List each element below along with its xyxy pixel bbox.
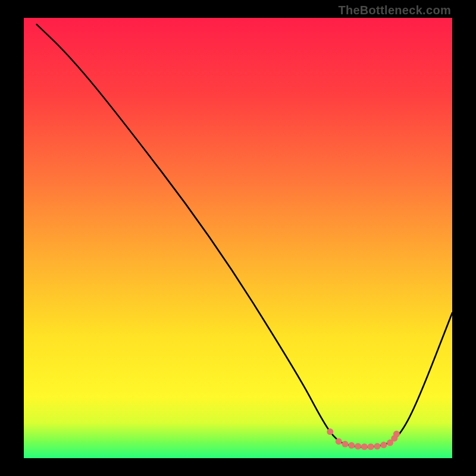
marker-dot <box>355 443 361 450</box>
marker-dot <box>374 443 381 450</box>
attribution-text: TheBottleneck.com <box>338 4 451 17</box>
marker-dot <box>348 442 355 449</box>
marker-dot <box>336 438 342 444</box>
marker-dot <box>380 441 387 448</box>
marker-dot <box>393 431 400 437</box>
marker-dot <box>327 428 333 435</box>
marker-dot <box>368 443 374 450</box>
marker-dot <box>361 443 368 450</box>
marker-dot <box>342 441 349 447</box>
plot-area <box>24 18 452 458</box>
bottleneck-curve <box>37 24 452 447</box>
chart-frame: TheBottleneck.com <box>0 0 476 476</box>
curve-layer <box>24 18 452 458</box>
curve-markers <box>327 428 400 450</box>
